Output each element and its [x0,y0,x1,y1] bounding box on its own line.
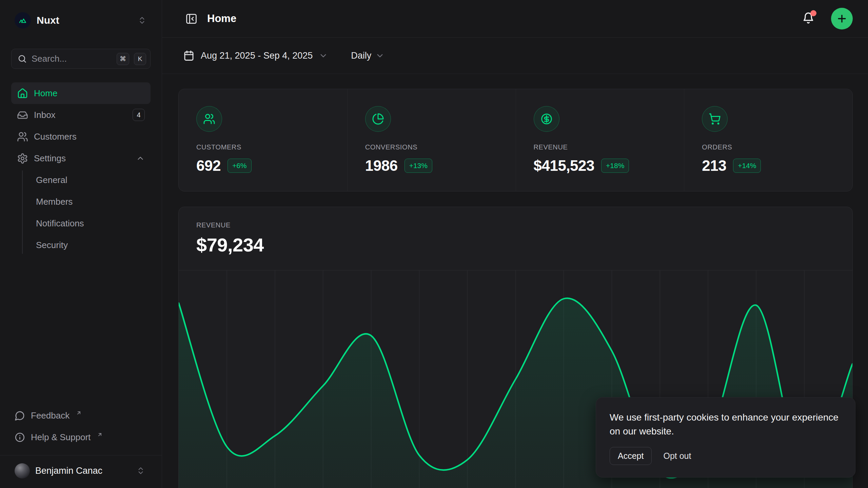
chevrons-up-down-icon[interactable] [136,14,149,27]
feedback-label: Feedback [31,410,70,421]
create-button[interactable] [831,8,853,29]
stat-delta-badge: +13% [405,159,432,173]
workspace-name: Nuxt [37,15,130,26]
search-icon [18,54,27,63]
plus-icon [836,13,848,24]
sidebar: Nuxt Search... ⌘ K Home Inbox 4 [0,0,162,488]
kbd-k: K [134,53,146,65]
info-circle-icon [15,432,25,443]
user-name: Benjamin Canac [35,466,129,476]
chevron-up-icon [136,154,145,163]
help-support-link[interactable]: Help & Support [11,427,151,448]
stat-value: $415,523 [534,157,595,174]
submenu-guide-line [22,170,23,254]
feedback-link[interactable]: Feedback [11,405,151,427]
date-range-value: Aug 21, 2025 - Sep 4, 2025 [201,50,313,61]
help-support-label: Help & Support [31,432,91,443]
sidebar-item-label: Customers [34,131,145,142]
page-header: Home [162,0,868,38]
stat-value: 1986 [365,157,398,174]
stat-delta-badge: +18% [601,159,629,173]
settings-submenu: General Members Notifications Security [11,169,151,256]
stat-conversions[interactable]: CONVERSIONS 1986 +13% [347,89,516,191]
sidebar-item-notifications[interactable]: Notifications [11,212,151,234]
chevron-down-icon [375,51,384,60]
stat-value: 213 [702,157,726,174]
panel-left-close-icon [185,13,198,25]
sidebar-item-label: Home [34,88,145,99]
page-title: Home [207,13,236,25]
sidebar-item-inbox[interactable]: Inbox 4 [11,104,151,126]
sidebar-footer: Feedback Help & Support Benjamin Canac [11,405,151,488]
revenue-chart-value: $79,234 [196,234,835,256]
sidebar-nav: Home Inbox 4 Customers Settings Genera [11,82,151,256]
pie-chart-icon [365,106,391,132]
stat-label: REVENUE [534,143,671,151]
granularity-value: Daily [351,50,371,61]
sidebar-item-members[interactable]: Members [11,191,151,212]
search-placeholder: Search... [32,54,112,64]
sidebar-item-label: Settings [34,153,130,164]
workspace-switcher[interactable]: Nuxt [11,0,151,28]
dollar-circle-icon [534,106,559,132]
sidebar-item-home[interactable]: Home [11,82,151,104]
filters-toolbar: Aug 21, 2025 - Sep 4, 2025 Daily [162,38,868,74]
sidebar-item-customers[interactable]: Customers [11,126,151,147]
revenue-chart-label: REVENUE [196,221,835,229]
date-range-picker[interactable]: Aug 21, 2025 - Sep 4, 2025 [183,50,328,61]
message-bubble-icon [15,410,25,421]
stats-row: CUSTOMERS 692 +6% CONVERSIONS 1986 +13% [178,89,853,191]
stat-revenue[interactable]: REVENUE $415,523 +18% [516,89,684,191]
main-panel: Home Aug 21, 2025 - Sep 4, 2025 Daily [162,0,868,488]
chevrons-up-down-icon [134,464,147,477]
cookie-message: We use first-party cookies to enhance yo… [610,410,842,438]
kbd-meta: ⌘ [117,53,129,65]
nuxt-logo [15,12,31,28]
external-link-icon [97,429,103,440]
stat-orders[interactable]: ORDERS 213 +14% [684,89,852,191]
inbox-count-badge: 4 [133,109,145,121]
sidebar-item-label: Inbox [34,110,127,120]
cookie-banner: We use first-party cookies to enhance yo… [596,397,855,477]
avatar [15,463,30,479]
external-link-icon [76,408,82,418]
stat-label: CONVERSIONS [365,143,502,151]
search-input[interactable]: Search... ⌘ K [11,49,151,69]
gear-icon [17,153,28,164]
calendar-icon [183,50,195,61]
sidebar-item-general[interactable]: General [11,169,151,191]
sidebar-item-settings[interactable]: Settings [11,147,151,169]
stat-delta-badge: +6% [228,159,252,173]
stat-delta-badge: +14% [733,159,761,173]
users-icon [196,106,222,132]
granularity-select[interactable]: Daily [351,50,384,61]
inbox-icon [17,109,28,121]
cart-icon [702,106,728,132]
accept-cookies-button[interactable]: Accept [610,447,652,465]
home-icon [17,88,28,99]
sidebar-spacer [11,256,151,405]
stat-value: 692 [196,157,221,174]
sidebar-item-security[interactable]: Security [11,234,151,256]
notification-dot [810,10,816,16]
revenue-chart-header: REVENUE $79,234 [179,207,852,270]
app-root: Nuxt Search... ⌘ K Home Inbox 4 [0,0,868,488]
stat-label: CUSTOMERS [196,143,334,151]
opt-out-button[interactable]: Opt out [663,451,691,461]
chevron-down-icon [319,51,328,60]
collapse-sidebar-button[interactable] [183,11,200,27]
stat-customers[interactable]: CUSTOMERS 692 +6% [179,89,347,191]
user-menu[interactable]: Benjamin Canac [11,455,151,486]
stat-label: ORDERS [702,143,839,151]
cookie-actions: Accept Opt out [610,447,842,465]
users-icon [17,131,28,142]
notifications-button[interactable] [802,12,815,26]
